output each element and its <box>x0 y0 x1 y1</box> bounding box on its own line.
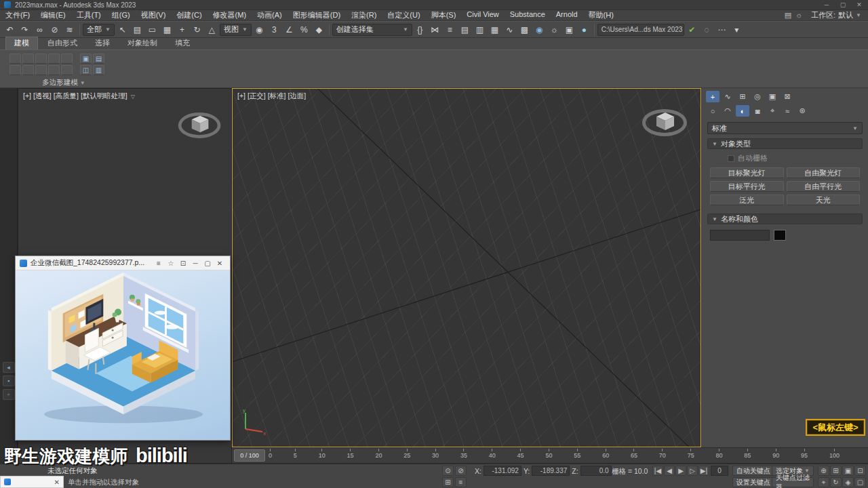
menu-item[interactable]: Civil View <box>461 10 504 18</box>
edge-mode-icon[interactable]: ▤ <box>93 54 104 64</box>
ribbon-tab[interactable]: 填充 <box>167 37 198 49</box>
isolate-selection-icon[interactable]: ⊙ <box>442 466 454 476</box>
menu-item[interactable]: 动画(A) <box>252 10 288 20</box>
sub-object-buttons[interactable]: ▣ ▤ ◫ ▥ <box>80 54 104 75</box>
maximize-icon[interactable]: ▢ <box>201 258 214 268</box>
menu-item[interactable]: 图形编辑器(D) <box>288 10 346 20</box>
zoom-extents-icon[interactable]: ▣ <box>842 466 854 476</box>
selection-filter-dropdown[interactable]: 全部 ▼ <box>83 24 115 36</box>
object-type-rollout-header[interactable]: ▼ 对象类型 <box>707 138 863 149</box>
vertex-mode-icon[interactable]: ▣ <box>80 54 92 64</box>
pan-icon[interactable]: ⌖ <box>818 477 829 487</box>
utilities-tab[interactable]: ⊠ <box>781 91 794 102</box>
viewport-label[interactable]: [+] [透视] [高质量] [默认明暗处理] <box>23 92 127 101</box>
light-type-button[interactable]: 天光 <box>787 195 861 205</box>
edit-named-sets-icon[interactable]: {} <box>413 23 427 37</box>
lights-category-icon[interactable]: ◐ <box>736 105 749 117</box>
modify-tab[interactable]: ∿ <box>721 91 734 102</box>
close-icon[interactable]: ✕ <box>54 479 60 486</box>
current-frame-field[interactable]: 0 <box>711 466 728 476</box>
viewcube-cube[interactable] <box>654 110 677 134</box>
viewport-label[interactable]: [+] [正交] [标准] [边面] <box>237 92 306 101</box>
select-and-scale-icon[interactable]: △ <box>205 23 219 37</box>
ribbon-toggle-icon[interactable]: ▦ <box>488 23 502 37</box>
snap-toggle-icon[interactable]: 3 <box>267 23 281 37</box>
mini-listener-icon[interactable]: ≡ <box>455 477 467 487</box>
name-color-rollout-header[interactable]: ▼ 名称和颜色 <box>707 214 863 224</box>
goto-end-button[interactable]: ▶| <box>698 466 709 476</box>
autogrid-checkbox[interactable] <box>728 155 734 162</box>
systems-category-icon[interactable]: ⊛ <box>795 105 809 117</box>
orbit-icon[interactable]: ↻ <box>830 477 842 487</box>
cameras-category-icon[interactable]: ◙ <box>751 105 764 117</box>
field-of-view-icon[interactable]: ◈ <box>842 477 854 487</box>
maximize-viewport-icon[interactable]: ▢ <box>854 477 866 487</box>
dock-icon-b[interactable]: ▫ <box>3 389 15 400</box>
timeline[interactable]: 0 / 100 0 5 10 15 20 <box>232 447 868 464</box>
menu-item[interactable]: Arnold <box>551 10 583 18</box>
polygon-mode-icon[interactable]: ▥ <box>93 65 104 75</box>
minimize-icon[interactable]: ─ <box>822 1 831 8</box>
isolate-toggle-icon[interactable]: ✔ <box>685 23 699 37</box>
autogrid-checkbox-row[interactable]: 自动栅格 <box>728 153 863 163</box>
menu-item[interactable]: 帮助(H) <box>583 10 619 20</box>
menu-item[interactable]: Substance <box>505 10 551 18</box>
rendered-frame-icon[interactable]: ▣ <box>562 23 576 37</box>
render-setup-icon[interactable]: ☼ <box>547 23 561 37</box>
workspace-gear-icon[interactable]: ☼ <box>793 11 804 20</box>
project-folder-dropdown[interactable]: C:\Users\Ad...ds Max 2023 ▼ <box>597 24 684 36</box>
mini-grid-icon[interactable]: ⊞ <box>442 477 454 487</box>
dim-icon-b[interactable]: ⋯ <box>715 23 729 37</box>
menu-item[interactable]: 自定义(U) <box>382 10 425 20</box>
light-type-button[interactable]: 自由平行光 <box>787 181 861 192</box>
close-icon[interactable]: ✕ <box>854 1 864 8</box>
render-icon[interactable]: ● <box>577 23 591 37</box>
menu-item[interactable]: 视图(V) <box>136 10 172 20</box>
material-editor-icon[interactable]: ◉ <box>532 23 547 37</box>
dim-icon-c[interactable]: ▾ <box>730 23 744 37</box>
object-color-swatch[interactable] <box>774 230 786 241</box>
unlink-selection-icon[interactable]: ⊘ <box>47 23 62 37</box>
menu-item[interactable]: 组(G) <box>106 10 136 20</box>
menu-item[interactable]: 创建(C) <box>171 10 207 20</box>
reference-coordinate-dropdown[interactable]: 视图 ▼ <box>220 24 252 36</box>
light-type-button[interactable]: 目标平行光 <box>710 181 784 192</box>
redo-icon[interactable]: ↷ <box>18 23 32 37</box>
selection-region-icon[interactable]: ▭ <box>145 23 159 37</box>
align-icon[interactable]: ≡ <box>443 23 457 37</box>
dim-icon-a[interactable]: ◌ <box>700 23 714 37</box>
zoom-region-icon[interactable]: ⊡ <box>854 466 866 476</box>
motion-tab[interactable]: ◎ <box>751 91 764 102</box>
window-crossing-icon[interactable]: ▦ <box>160 23 174 37</box>
maximize-icon[interactable]: ▢ <box>838 1 848 8</box>
select-and-move-icon[interactable]: + <box>175 23 189 37</box>
select-object-icon[interactable]: ↖ <box>115 23 130 37</box>
select-and-link-icon[interactable]: ∞ <box>33 23 47 37</box>
image-viewer-window[interactable]: 企业微信截图_17482425992377.p... ≡☆⊡─▢✕ <box>15 256 231 441</box>
ribbon-tab[interactable]: 对象绘制 <box>119 37 165 49</box>
dope-sheet-icon[interactable]: ▩ <box>517 23 532 37</box>
mirror-icon[interactable]: ⋈ <box>428 23 442 37</box>
bind-to-space-warp-icon[interactable]: ≋ <box>62 23 77 37</box>
next-frame-button[interactable]: ▷ <box>687 466 698 476</box>
menu-item[interactable]: 修改器(M) <box>208 10 252 20</box>
menu-item[interactable]: 脚本(S) <box>426 10 462 20</box>
fit-window-icon[interactable]: ⊡ <box>177 258 189 268</box>
close-icon[interactable]: ✕ <box>214 258 226 268</box>
menu-item[interactable]: 渲染(R) <box>346 10 382 20</box>
select-by-name-icon[interactable]: ▤ <box>130 23 144 37</box>
scene-explorer-icon[interactable]: ▤ <box>458 23 472 37</box>
spinner-snap-icon[interactable]: ◆ <box>312 23 326 37</box>
light-type-button[interactable]: 目标聚光灯 <box>710 167 784 178</box>
create-tab[interactable]: + <box>706 91 719 102</box>
goto-start-button[interactable]: |◀ <box>652 466 663 476</box>
menu-item[interactable]: 文件(F) <box>0 10 35 20</box>
border-mode-icon[interactable]: ◫ <box>80 65 92 75</box>
shapes-category-icon[interactable]: ◠ <box>721 105 734 117</box>
z-coordinate-field[interactable]: 0.0 <box>580 466 612 476</box>
set-key-button[interactable]: 设置关键点 <box>732 477 774 487</box>
viewcube[interactable] <box>178 106 224 142</box>
zoom-all-icon[interactable]: ⊞ <box>830 466 842 476</box>
space-warps-category-icon[interactable]: ≈ <box>781 105 794 117</box>
use-pivot-center-icon[interactable]: ◉ <box>252 23 267 37</box>
